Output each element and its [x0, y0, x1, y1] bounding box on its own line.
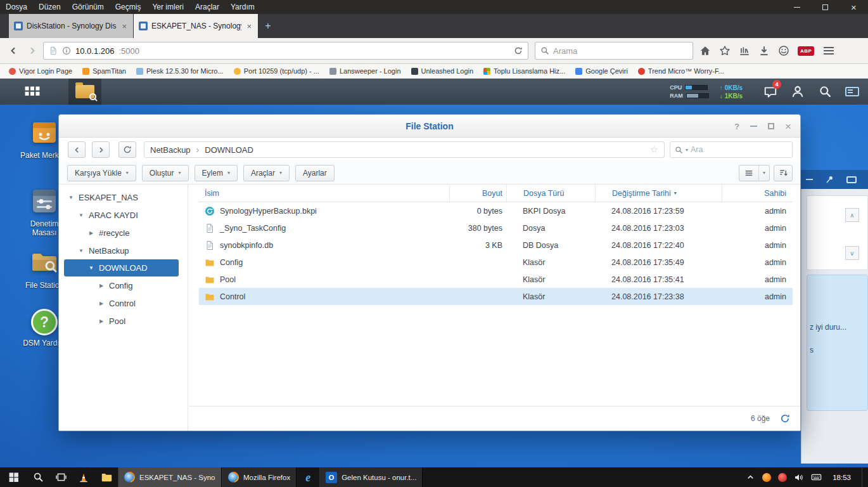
back-button[interactable]	[4, 42, 23, 60]
tree-item-config[interactable]: ▶Config	[59, 276, 188, 294]
bookmark-item[interactable]: Unleashed Login	[406, 64, 479, 78]
tree-item-pool[interactable]: ▶Pool	[59, 312, 188, 330]
adblock-icon[interactable]: ABP	[798, 46, 814, 56]
column-header-size[interactable]: Boyut	[449, 185, 506, 202]
tree-expand-icon[interactable]: ▶	[98, 283, 105, 289]
tools-button[interactable]: Araçlar▾	[243, 165, 290, 181]
minimize-button[interactable]	[750, 126, 757, 127]
internet-explorer-icon[interactable]: e	[297, 467, 319, 487]
forward-button[interactable]	[23, 42, 42, 60]
search-options-caret-icon[interactable]: ▾	[686, 147, 688, 153]
tray-antivirus-icon[interactable]	[778, 473, 787, 482]
file-station-search-box[interactable]: ▾	[670, 141, 793, 158]
tree-expand-icon[interactable]: ▶	[98, 301, 105, 306]
sort-button[interactable]	[774, 165, 793, 181]
widgets-button[interactable]	[844, 87, 860, 96]
column-header-owner[interactable]: Sahibi	[722, 185, 793, 202]
list-view-icon[interactable]	[739, 166, 759, 181]
back-button[interactable]	[68, 141, 86, 158]
refresh-icon[interactable]	[780, 413, 790, 424]
window-minimize-button[interactable]	[782, 0, 811, 14]
file-station-search-input[interactable]	[691, 145, 788, 154]
pin-icon[interactable]	[825, 175, 834, 185]
tab-close-icon[interactable]: ×	[245, 22, 253, 31]
taskbar-clock[interactable]: 18:53	[829, 474, 855, 481]
tree-item-netbackup[interactable]: ▼NetBackup	[59, 242, 188, 259]
tree-item-arac-kaydi[interactable]: ▼ARAC KAYDI	[59, 206, 188, 224]
volume-icon[interactable]	[794, 472, 804, 483]
touch-keyboard-icon[interactable]	[811, 472, 822, 483]
file-row[interactable]: Config Klasör 24.08.2016 17:35:49 admin	[199, 254, 793, 271]
home-icon[interactable]	[699, 45, 711, 56]
window-maximize-button[interactable]	[811, 0, 839, 14]
breadcrumb-current[interactable]: DOWNLOAD	[205, 145, 253, 155]
hello-smiley-icon[interactable]	[778, 45, 789, 56]
dsm-search-button[interactable]	[817, 85, 833, 98]
tree-expand-icon[interactable]: ▼	[68, 195, 74, 200]
taskbar-button-outlook[interactable]: O Gelen Kutusu - onur.t...	[319, 467, 423, 487]
user-menu-button[interactable]	[789, 85, 806, 99]
tree-expand-icon[interactable]: ▼	[78, 248, 84, 254]
file-row[interactable]: SynologyHyperBackup.bkpi 0 bytes BKPI Do…	[199, 202, 793, 219]
task-view-icon[interactable]	[49, 467, 72, 487]
file-row[interactable]: synobkpinfo.db 3 KB DB Dosya 24.08.2016 …	[199, 237, 793, 254]
tree-item-download[interactable]: ▼DOWNLOAD	[64, 259, 179, 276]
scroll-down-button[interactable]: ∨	[845, 246, 859, 260]
start-button[interactable]	[0, 467, 27, 487]
firefox-search-input[interactable]	[553, 46, 687, 56]
view-caret-icon[interactable]: ▾	[759, 170, 769, 176]
file-explorer-icon[interactable]	[95, 467, 118, 487]
menu-file[interactable]: Dosya	[0, 0, 33, 14]
column-header-type[interactable]: Dosya Türü	[506, 185, 595, 202]
dsm-file-station-task-button[interactable]	[68, 79, 101, 105]
view-mode-button[interactable]: ▾	[739, 165, 770, 181]
site-info-icon[interactable]	[62, 46, 71, 55]
tree-expand-icon[interactable]: ▶	[88, 230, 94, 236]
breadcrumb-root[interactable]: NetBackup	[150, 145, 191, 155]
column-header-name[interactable]: İsim	[199, 189, 449, 198]
favorite-star-icon[interactable]: ☆	[650, 144, 658, 155]
bookmark-item[interactable]: Lansweeper - Login	[324, 64, 406, 78]
scroll-up-button[interactable]: ∧	[845, 208, 859, 222]
file-row[interactable]: _Syno_TaskConfig 380 bytes Dosya 24.08.2…	[199, 219, 793, 237]
tree-item-control[interactable]: ▶Control	[59, 294, 188, 312]
menu-help[interactable]: Yardım	[225, 0, 260, 14]
window-close-button[interactable]: ×	[839, 0, 868, 14]
pinned-app-icon[interactable]	[72, 467, 95, 487]
tree-item-recycle[interactable]: ▶#recycle	[59, 224, 188, 242]
tree-expand-icon[interactable]: ▼	[88, 265, 94, 271]
menu-edit[interactable]: Düzen	[33, 0, 67, 14]
forward-button[interactable]	[92, 141, 110, 158]
new-tab-button[interactable]: +	[258, 14, 278, 38]
help-button[interactable]: ?	[734, 122, 739, 131]
bookmark-item[interactable]: Vigor Login Page	[4, 64, 77, 78]
widget-minimize-icon[interactable]	[806, 179, 813, 180]
bookmark-item[interactable]: Port 10259 (tcp/udp) - ...	[229, 64, 324, 78]
bookmark-item[interactable]: Trend Micro™ Worry-F...	[633, 64, 729, 78]
file-station-titlebar[interactable]: File Station ? ×	[59, 115, 800, 138]
close-button[interactable]: ×	[785, 121, 791, 132]
bookmark-item[interactable]: SpamTitan	[77, 64, 131, 78]
url-bar[interactable]: 10.0.1.206:5000	[43, 42, 528, 60]
bookmark-star-icon[interactable]	[719, 45, 731, 56]
action-button[interactable]: Eylem▾	[195, 165, 238, 181]
taskbar-button-firefox[interactable]: Mozilla Firefox	[222, 467, 297, 487]
tab-close-icon[interactable]: ×	[120, 22, 128, 31]
bookmark-item[interactable]: Google Çeviri	[570, 64, 633, 78]
tray-firefox-icon[interactable]	[762, 473, 771, 482]
dsm-main-menu-button[interactable]	[18, 79, 47, 105]
hidden-icons-chevron[interactable]	[746, 472, 755, 482]
reload-button[interactable]	[514, 46, 523, 55]
notifications-button[interactable]: 4	[762, 85, 779, 99]
breadcrumb[interactable]: NetBackup › DOWNLOAD ☆	[144, 141, 665, 158]
tree-expand-icon[interactable]: ▶	[98, 318, 105, 324]
create-button[interactable]: Oluştur▾	[142, 165, 189, 181]
column-header-modified[interactable]: Değiştirme Tarihi▾	[595, 185, 722, 202]
file-row[interactable]: Pool Klasör 24.08.2016 17:35:41 admin	[199, 271, 793, 288]
show-desktop-button[interactable]	[862, 467, 865, 487]
maximize-button[interactable]	[768, 123, 774, 129]
tab-diskstation[interactable]: DiskStation - Synology Dis... ×	[9, 14, 133, 38]
upload-button[interactable]: Karşıya Yükle▾	[67, 165, 136, 181]
tab-eskapet-nas[interactable]: ESKAPET_NAS - Synology ... ×	[134, 14, 258, 38]
downloads-icon[interactable]	[758, 45, 770, 56]
